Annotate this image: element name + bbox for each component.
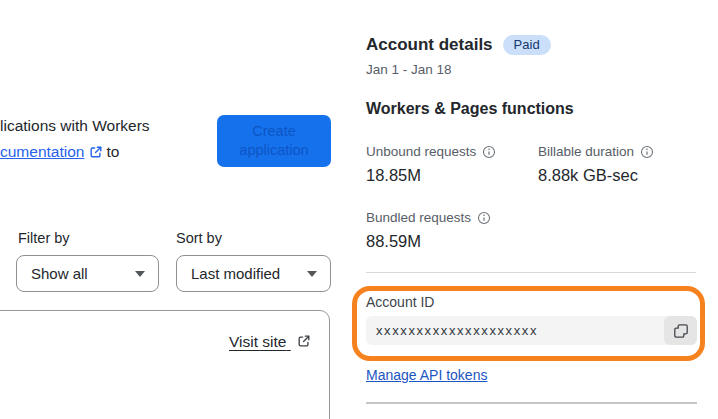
section-divider — [366, 272, 696, 273]
paid-plan-badge: Paid — [503, 35, 551, 55]
intro-text-block: lications with Workers cumentationto — [0, 113, 150, 167]
application-card — [0, 310, 330, 419]
metric-label-text: Bundled requests — [366, 210, 471, 225]
info-icon[interactable] — [640, 145, 654, 159]
metric-value-unbound-requests: 18.85M — [366, 166, 421, 185]
manage-api-tokens-link[interactable]: Manage API tokens — [366, 367, 487, 383]
filter-by-label: Filter by — [18, 230, 70, 246]
sort-by-label: Sort by — [176, 230, 222, 246]
copy-account-id-button[interactable] — [664, 316, 697, 345]
account-id-field: xxxxxxxxxxxxxxxxxxxx — [366, 316, 697, 345]
bottom-divider — [366, 402, 697, 404]
workers-pages-dashboard: lications with Workers cumentationto Cre… — [0, 0, 718, 419]
metric-label-text: Unbound requests — [366, 144, 476, 159]
copy-icon — [673, 323, 689, 339]
visit-site-link[interactable]: Visit site — [229, 333, 311, 352]
account-id-label: Account ID — [366, 294, 434, 310]
intro-suffix: to — [106, 143, 119, 160]
metric-label-bundled-requests: Bundled requests — [366, 210, 491, 225]
billing-date-range: Jan 1 - Jan 18 — [366, 62, 452, 77]
sort-dropdown-value: Last modified — [191, 265, 280, 282]
info-icon[interactable] — [482, 145, 496, 159]
metric-value-bundled-requests: 88.59M — [366, 232, 421, 251]
filter-dropdown-value: Show all — [31, 265, 88, 282]
chevron-down-icon — [307, 271, 317, 277]
functions-section-title: Workers & Pages functions — [366, 100, 574, 118]
info-icon[interactable] — [477, 211, 491, 225]
metric-value-billable-duration: 8.88k GB-sec — [538, 166, 638, 185]
intro-line-1: lications with Workers — [0, 113, 150, 139]
filter-dropdown[interactable]: Show all — [16, 255, 159, 292]
metric-label-billable-duration: Billable duration — [538, 144, 654, 159]
metric-label-text: Billable duration — [538, 144, 634, 159]
chevron-down-icon — [135, 271, 145, 277]
external-link-icon — [89, 141, 103, 167]
metric-label-unbound-requests: Unbound requests — [366, 144, 496, 159]
account-details-header: Account details Paid — [366, 35, 551, 55]
sort-dropdown[interactable]: Last modified — [176, 255, 331, 292]
visit-site-label: Visit site — [229, 333, 286, 350]
account-details-title: Account details — [366, 35, 493, 55]
external-link-icon — [297, 334, 311, 352]
intro-line-2: cumentationto — [0, 139, 150, 167]
create-application-button[interactable]: Create application — [217, 115, 331, 167]
account-id-value[interactable]: xxxxxxxxxxxxxxxxxxxx — [366, 323, 664, 338]
documentation-link[interactable]: cumentation — [0, 143, 84, 160]
